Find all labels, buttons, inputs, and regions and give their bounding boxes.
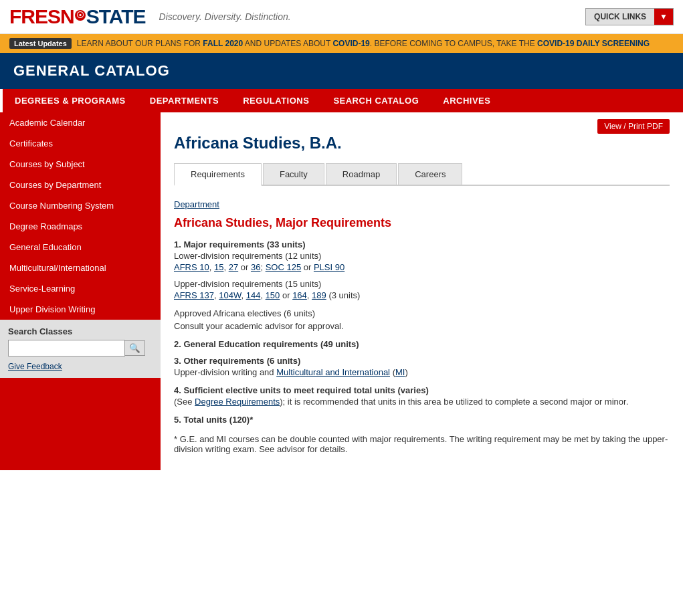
quick-links-arrow-icon: ▼ bbox=[654, 9, 673, 25]
nav-search-catalog[interactable]: SEARCH CATALOG bbox=[321, 89, 431, 112]
req5-heading: 5. Total units (120)* bbox=[174, 415, 670, 425]
sidebar-item-certificates[interactable]: Certificates bbox=[0, 133, 161, 154]
latest-badge: Latest Updates bbox=[9, 38, 72, 49]
nav-regulations[interactable]: REGULATIONS bbox=[231, 89, 321, 112]
sidebar-item-general-education[interactable]: General Education bbox=[0, 237, 161, 258]
afrs27-link[interactable]: 27 bbox=[229, 262, 238, 272]
tabs-container: Requirements Faculty Roadmap Careers bbox=[174, 163, 670, 186]
req3-text: Upper-division writing and Multicultural… bbox=[174, 367, 670, 377]
quick-links-button[interactable]: QUICK LINKS ▼ bbox=[585, 8, 674, 25]
afrs189-link[interactable]: 189 bbox=[312, 290, 326, 300]
sidebar-item-courses-by-subject[interactable]: Courses by Subject bbox=[0, 154, 161, 175]
sidebar-item-multicultural[interactable]: Multicultural/International bbox=[0, 258, 161, 278]
upper-div-label: Upper-division requirements (15 units) bbox=[174, 279, 670, 289]
nav-departments[interactable]: DEPARTMENTS bbox=[138, 89, 231, 112]
alert-bar: Latest Updates LEARN ABOUT OUR PLANS FOR… bbox=[0, 34, 683, 53]
content-body: Department Africana Studies, Major Requi… bbox=[174, 197, 670, 457]
search-input[interactable] bbox=[8, 340, 125, 356]
view-pdf-button[interactable]: View / Print PDF bbox=[597, 119, 670, 134]
sidebar-item-upper-division[interactable]: Upper Division Writing bbox=[0, 299, 161, 320]
logo-paw-icon bbox=[75, 10, 86, 21]
afrs104w-link[interactable]: 104W bbox=[219, 290, 241, 300]
plsi90-link[interactable]: PLSI 90 bbox=[314, 262, 345, 272]
electives-note: Consult your academic advisor for approv… bbox=[174, 321, 670, 331]
quick-links-label: QUICK LINKS bbox=[586, 9, 654, 25]
search-classes-label: Search Classes bbox=[8, 326, 153, 336]
catalog-title: GENERAL CATALOG bbox=[13, 62, 670, 80]
sidebar-item-courses-by-dept[interactable]: Courses by Department bbox=[0, 175, 161, 195]
req4-heading: 4. Sufficient elective units to meet req… bbox=[174, 385, 670, 395]
degree-requirements-link[interactable]: Degree Requirements bbox=[195, 397, 280, 407]
mi-link[interactable]: MI bbox=[395, 367, 405, 377]
sidebar-item-academic-calendar[interactable]: Academic Calendar bbox=[0, 112, 161, 133]
logo-area: FRESNSTATE Discovery. Diversity. Distinc… bbox=[9, 5, 291, 28]
tab-careers[interactable]: Careers bbox=[398, 163, 462, 185]
afrs10-link[interactable]: AFRS 10 bbox=[174, 262, 209, 272]
page-title: Africana Studies, B.A. bbox=[174, 134, 670, 152]
search-button[interactable]: 🔍 bbox=[125, 340, 145, 356]
nav-archives[interactable]: ARCHIVES bbox=[431, 89, 502, 112]
req2-heading: 2. General Education requirements (49 un… bbox=[174, 339, 670, 349]
catalog-title-bar: GENERAL CATALOG bbox=[0, 53, 683, 89]
upper-div-courses: AFRS 137, 104W, 144, 150 or 164, 189 (3 … bbox=[174, 290, 670, 300]
lower-div-label: Lower-division requirements (12 units) bbox=[174, 251, 670, 261]
afrs137-link[interactable]: AFRS 137 bbox=[174, 290, 214, 300]
content-wrapper: Academic Calendar Certificates Courses b… bbox=[0, 112, 683, 470]
req3-heading: 3. Other requirements (6 units) bbox=[174, 356, 670, 366]
sidebar-item-service-learning[interactable]: Service-Learning bbox=[0, 278, 161, 299]
afrs36-link[interactable]: 36 bbox=[251, 262, 260, 272]
logo-fresno-text: FRESN bbox=[9, 5, 74, 28]
tab-roadmap[interactable]: Roadmap bbox=[326, 163, 397, 185]
search-icon: 🔍 bbox=[129, 343, 140, 353]
multicultural-link[interactable]: Multicultural and International bbox=[276, 367, 390, 377]
afrs164-link[interactable]: 164 bbox=[292, 290, 307, 300]
main-content: View / Print PDF Africana Studies, B.A. … bbox=[161, 112, 683, 470]
nav-degrees-programs[interactable]: DEGREES & PROGRAMS bbox=[3, 89, 138, 112]
department-link[interactable]: Department bbox=[174, 199, 219, 209]
soc125-link[interactable]: SOC 125 bbox=[266, 262, 301, 272]
search-box-wrapper: 🔍 bbox=[8, 340, 153, 356]
site-logo: FRESNSTATE bbox=[9, 5, 146, 28]
give-feedback-link[interactable]: Give Feedback bbox=[8, 362, 153, 371]
tab-faculty[interactable]: Faculty bbox=[263, 163, 324, 185]
afrs150-link[interactable]: 150 bbox=[266, 290, 280, 300]
afrs15-link[interactable]: 15 bbox=[214, 262, 223, 272]
covid19-link[interactable]: COVID-19 bbox=[332, 39, 369, 48]
electives-label: Approved Africana electives (6 units) bbox=[174, 308, 670, 318]
main-nav: DEGREES & PROGRAMS DEPARTMENTS REGULATIO… bbox=[0, 89, 683, 112]
logo-state-text: STATE bbox=[86, 5, 146, 28]
lower-div-courses: AFRS 10, 15, 27 or 36; SOC 125 or PLSI 9… bbox=[174, 262, 670, 272]
alert-text: LEARN ABOUT OUR PLANS FOR FALL 2020 AND … bbox=[77, 39, 650, 48]
tagline: Discovery. Diversity. Distinction. bbox=[159, 11, 291, 22]
sidebar-item-degree-roadmaps[interactable]: Degree Roadmaps bbox=[0, 216, 161, 237]
sidebar: Academic Calendar Certificates Courses b… bbox=[0, 112, 161, 470]
req4-text: (See Degree Requirements); it is recomme… bbox=[174, 397, 670, 407]
search-section: Search Classes 🔍 Give Feedback bbox=[0, 320, 161, 378]
req1-heading: 1. Major requirements (33 units) bbox=[174, 239, 670, 249]
sidebar-item-course-numbering[interactable]: Course Numbering System bbox=[0, 195, 161, 216]
section-title: Africana Studies, Major Requirements bbox=[174, 216, 670, 230]
req4-heading-bold: 4. Sufficient elective units to meet req… bbox=[174, 385, 395, 395]
fall-2020-link[interactable]: FALL 2020 bbox=[203, 39, 243, 48]
tab-requirements[interactable]: Requirements bbox=[174, 163, 262, 186]
covid-screening-link[interactable]: COVID-19 DAILY SCREENING bbox=[537, 39, 650, 48]
site-header: FRESNSTATE Discovery. Diversity. Distinc… bbox=[0, 0, 683, 34]
footnote: * G.E. and MI courses can be double coun… bbox=[174, 434, 670, 454]
afrs144-link[interactable]: 144 bbox=[246, 290, 261, 300]
